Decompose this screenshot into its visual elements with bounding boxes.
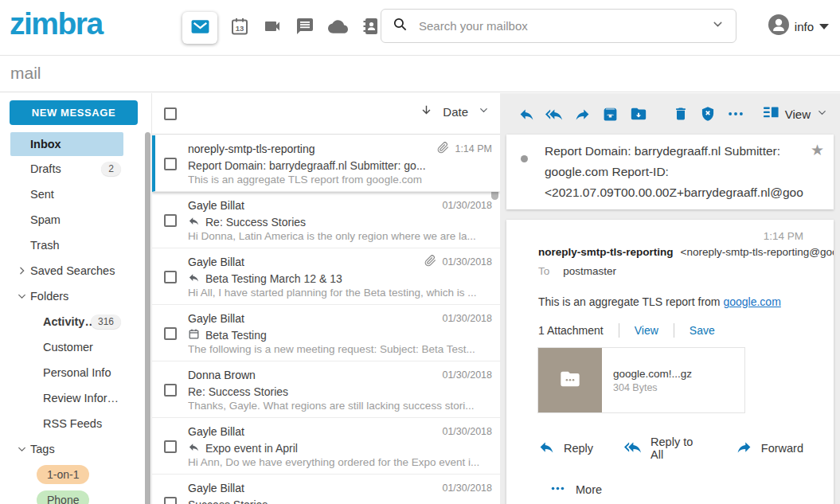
sidebar-tag-phone[interactable]: Phone — [0, 487, 151, 504]
sidebar-folder-customer[interactable]: Customer — [0, 334, 151, 360]
message-sender: Gayle Billat — [188, 425, 436, 438]
message-subject: Expo event in April — [205, 442, 298, 455]
message-row-2[interactable]: Gayle Billat01/30/2018 Re: Success Stori… — [152, 192, 500, 248]
sidebar-item-trash[interactable]: Trash — [0, 232, 151, 258]
new-message-button[interactable]: NEW MESSAGE — [10, 100, 138, 125]
message-row-1[interactable]: noreply-smtp-tls-reporting 1:14 PM Repor… — [152, 135, 500, 192]
divider — [619, 323, 619, 338]
reply-all-action-button[interactable]: Reply to All — [623, 436, 705, 461]
row-checkbox[interactable] — [164, 214, 177, 227]
message-sender: Donna Brown — [188, 369, 436, 381]
message-snippet: The following is a new meeting request: … — [188, 343, 492, 358]
sidebar-scrollbar[interactable] — [145, 132, 150, 504]
sidebar-item-spam[interactable]: Spam — [0, 207, 151, 232]
message-date: 01/30/2018 — [442, 426, 492, 437]
message-row-6[interactable]: Gayle Billat01/30/2018 Expo event in Apr… — [152, 418, 500, 475]
message-row-7[interactable]: Gayle Billat01/30/2018 Success Stories — [152, 475, 500, 504]
meeting-calendar-icon — [188, 328, 200, 342]
message-row-5[interactable]: Donna Brown01/30/2018 Re: Success Storie… — [152, 361, 500, 418]
sidebar-section-tags[interactable]: Tags — [0, 436, 151, 462]
cloud-icon — [328, 17, 348, 40]
sidebar-item-saved-searches[interactable]: Saved Searches — [0, 258, 151, 283]
reply-button[interactable] — [518, 106, 535, 123]
forward-button[interactable] — [574, 106, 591, 123]
message-subject: Re: Success Stories — [188, 385, 288, 398]
message-date: 01/30/2018 — [442, 369, 492, 381]
app-switcher: 13 — [182, 12, 381, 44]
search-icon — [393, 17, 408, 35]
body-link[interactable]: google.com — [723, 295, 780, 308]
message-card: 1:14 PM noreply-smtp-tls-reporting<norep… — [506, 220, 834, 504]
search-input[interactable] — [417, 18, 701, 33]
avatar — [768, 14, 789, 38]
sort-direction-icon[interactable] — [420, 104, 433, 119]
message-row-3[interactable]: Gayle Billat 01/30/2018 Beta Testing Mar… — [152, 248, 500, 305]
row-checkbox[interactable] — [164, 497, 177, 504]
message-subject: Success Stories — [188, 498, 268, 504]
forward-action-button[interactable]: Forward — [736, 439, 803, 458]
attachments-view-link[interactable]: View — [635, 324, 658, 337]
contacts-app-button[interactable] — [360, 18, 381, 38]
sidebar-folder-activity[interactable]: Activity…316 — [0, 309, 151, 334]
drafts-count-badge: 2 — [101, 162, 121, 176]
chat-app-button[interactable] — [295, 18, 315, 38]
attachments-save-link[interactable]: Save — [690, 324, 715, 337]
mail-app-button[interactable] — [182, 12, 217, 44]
row-checkbox[interactable] — [164, 384, 177, 397]
delete-button[interactable] — [673, 106, 689, 122]
zimbra-logo[interactable]: zimbra — [10, 6, 103, 41]
row-checkbox[interactable] — [164, 271, 177, 283]
sidebar-folder-personal-info[interactable]: Personal Info — [0, 360, 151, 385]
view-menu[interactable]: View — [763, 105, 828, 123]
message-from: noreply-smtp-tls-reporting<noreply-smtp-… — [538, 246, 834, 258]
page-title: mail — [10, 64, 41, 83]
sidebar-folder-rss-feeds[interactable]: RSS Feeds — [0, 411, 151, 436]
video-app-button[interactable] — [262, 18, 283, 38]
sidebar-folder-review-information[interactable]: Review Infor… — [0, 385, 151, 411]
reply-action-button[interactable]: Reply — [538, 439, 593, 458]
more-actions-button[interactable] — [727, 105, 744, 123]
view-layout-icon — [763, 105, 779, 123]
attachments-count-label: 1 Attachment — [538, 324, 604, 337]
attachment-card[interactable]: google.com!...gz 304 Bytes — [538, 348, 744, 412]
row-checkbox[interactable] — [164, 440, 177, 453]
row-checkbox[interactable] — [164, 158, 177, 170]
title-bar: mail — [0, 57, 840, 92]
sort-control[interactable]: Date — [420, 104, 490, 119]
from-name[interactable]: noreply-smtp-tls-reporting — [538, 246, 674, 258]
calendar-app-button[interactable]: 13 — [229, 18, 250, 38]
sidebar-item-drafts[interactable]: Drafts2 — [0, 156, 151, 182]
archive-button[interactable] — [602, 106, 619, 123]
sidebar-item-inbox[interactable]: Inbox — [10, 132, 123, 156]
subject-card: Report Domain: barrydegraaff.nl Submitte… — [506, 135, 834, 209]
sort-field-label: Date — [443, 105, 468, 119]
move-to-folder-button[interactable] — [630, 105, 647, 123]
more-action-button[interactable]: More — [550, 481, 834, 498]
message-actions: Reply Reply to All Forward — [538, 436, 834, 461]
to-recipient[interactable]: postmaster — [563, 265, 616, 277]
search-options-chevron-icon[interactable] — [711, 18, 725, 34]
account-menu[interactable]: info — [768, 14, 829, 38]
select-all-checkbox[interactable] — [164, 107, 177, 120]
message-subject: Beta Testing March 12 & 13 — [205, 272, 342, 285]
sidebar-section-folders[interactable]: Folders — [0, 283, 151, 309]
message-subject: Beta Testing — [205, 329, 267, 342]
chevron-down-icon — [17, 444, 27, 455]
star-icon[interactable]: ★ — [811, 143, 824, 158]
message-time: 1:14 PM — [455, 143, 492, 154]
sidebar-tag-1-on-1[interactable]: 1-on-1 — [0, 462, 151, 487]
message-to: Topostmaster — [538, 265, 834, 277]
reply-all-button[interactable] — [545, 106, 563, 123]
message-subject: Report Domain: barrydegraaff.nl Submitte… — [188, 159, 426, 172]
spam-shield-button[interactable] — [700, 106, 716, 122]
paperclip-icon — [424, 255, 436, 269]
cloud-app-button[interactable] — [327, 18, 348, 38]
sidebar-item-sent[interactable]: Sent — [0, 182, 151, 207]
message-sender: Gayle Billat — [188, 312, 436, 325]
sidebar-nav: Inbox Drafts2 Sent Spam Trash Saved Sear… — [0, 132, 151, 504]
replied-icon — [188, 215, 200, 229]
message-row-4[interactable]: Gayle Billat01/30/2018 Beta Testing The … — [152, 305, 500, 361]
view-label: View — [785, 107, 811, 121]
attachment-thumbnail — [538, 348, 602, 412]
row-checkbox[interactable] — [164, 327, 177, 340]
